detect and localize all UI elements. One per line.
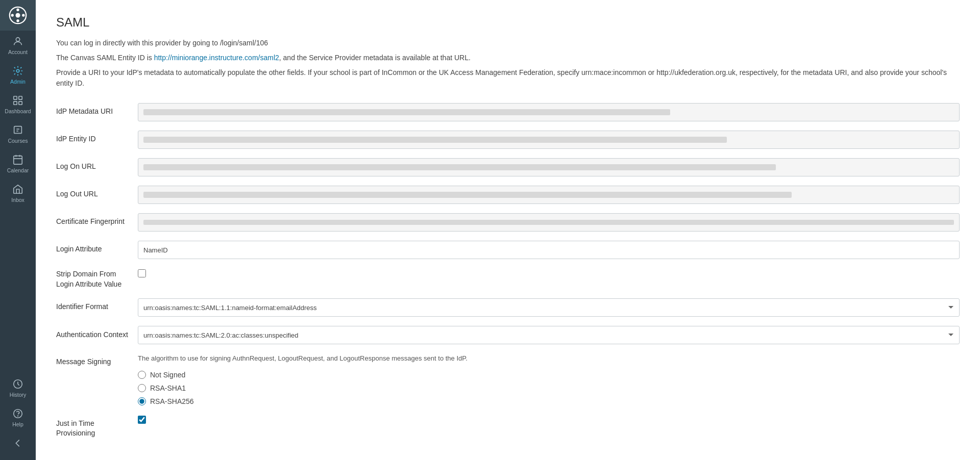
- radio-not-signed-label: Not Signed: [150, 371, 185, 379]
- message-signing-desc: The algorithm to use for signing AuthnRe…: [138, 353, 960, 364]
- identifier-format-row: Identifier Format urn:oasis:names:tc:SAM…: [56, 298, 960, 317]
- signing-options-group: Not Signed RSA-SHA1 RSA-SHA256: [138, 371, 960, 405]
- intro-line-2: The Canvas SAML Entity ID is http://mini…: [56, 53, 960, 63]
- page-title: SAML: [56, 15, 960, 30]
- svg-rect-11: [19, 101, 22, 105]
- svg-rect-12: [14, 156, 22, 165]
- sidebar-item-account[interactable]: Account: [0, 31, 36, 60]
- collapse-sidebar-button[interactable]: [0, 432, 36, 454]
- saml-entity-link[interactable]: http://miniorange.instructure.com/saml2: [154, 54, 279, 62]
- radio-rsa-sha1[interactable]: RSA-SHA1: [138, 384, 960, 392]
- radio-rsa-sha256-input[interactable]: [138, 397, 146, 405]
- radio-not-signed[interactable]: Not Signed: [138, 371, 960, 379]
- sidebar-item-inbox[interactable]: Inbox: [0, 178, 36, 208]
- svg-rect-10: [14, 101, 17, 105]
- login-attribute-label: Login Attribute: [56, 241, 138, 253]
- log-on-url-label: Log On URL: [56, 158, 138, 170]
- message-signing-label: Message Signing: [56, 353, 138, 366]
- svg-rect-9: [19, 96, 22, 99]
- log-out-url-label: Log Out URL: [56, 186, 138, 198]
- idp-metadata-uri-row: IdP Metadata URI: [56, 103, 960, 121]
- svg-point-3: [16, 19, 19, 22]
- auth-context-select[interactable]: urn:oasis:names:tc:SAML:2.0:ac:classes:u…: [138, 326, 960, 344]
- strip-domain-label: Strip Domain From Login Attribute Value: [56, 268, 138, 289]
- intro-line-1: You can log in directly with this provid…: [56, 38, 960, 48]
- strip-domain-checkbox[interactable]: [138, 269, 146, 277]
- sidebar-item-admin[interactable]: Admin: [0, 60, 36, 90]
- radio-rsa-sha1-input[interactable]: [138, 384, 146, 392]
- idp-entity-id-label: IdP Entity ID: [56, 131, 138, 143]
- idp-metadata-uri-label: IdP Metadata URI: [56, 103, 138, 115]
- jit-label: Just in Time Provisioning: [56, 415, 138, 439]
- svg-point-7: [16, 69, 19, 72]
- svg-rect-8: [14, 96, 17, 99]
- idp-entity-id-row: IdP Entity ID: [56, 131, 960, 149]
- intro-line-3: Provide a URI to your IdP's metadata to …: [56, 67, 960, 89]
- svg-point-5: [22, 14, 24, 16]
- log-on-url-row: Log On URL: [56, 158, 960, 176]
- svg-point-2: [16, 9, 19, 11]
- jit-checkbox[interactable]: [138, 416, 146, 424]
- main-content: SAML You can log in directly with this p…: [36, 0, 980, 460]
- message-signing-row: Message Signing The algorithm to use for…: [56, 353, 960, 405]
- log-out-url-row: Log Out URL: [56, 186, 960, 204]
- svg-point-15: [18, 416, 18, 416]
- certificate-fingerprint-row: Certificate Fingerprint: [56, 213, 960, 232]
- login-attribute-row: Login Attribute NameID: [56, 241, 960, 259]
- sidebar: Account Admin Dashboard Courses: [0, 0, 36, 460]
- sidebar-item-courses[interactable]: Courses: [0, 119, 36, 149]
- svg-point-4: [11, 14, 14, 16]
- auth-context-label: Authentication Context: [56, 326, 138, 340]
- sidebar-item-calendar[interactable]: Calendar: [0, 149, 36, 178]
- svg-point-1: [16, 13, 20, 18]
- app-logo[interactable]: [0, 0, 36, 31]
- certificate-fingerprint-label: Certificate Fingerprint: [56, 213, 138, 225]
- strip-domain-row: Strip Domain From Login Attribute Value: [56, 268, 960, 289]
- radio-rsa-sha256-label: RSA-SHA256: [150, 397, 194, 405]
- jit-row: Just in Time Provisioning: [56, 415, 960, 439]
- identifier-format-label: Identifier Format: [56, 298, 138, 311]
- sidebar-item-help[interactable]: Help: [0, 403, 36, 432]
- sidebar-item-dashboard[interactable]: Dashboard: [0, 90, 36, 119]
- radio-not-signed-input[interactable]: [138, 371, 146, 379]
- radio-rsa-sha256[interactable]: RSA-SHA256: [138, 397, 960, 405]
- svg-point-6: [16, 38, 19, 41]
- auth-context-row: Authentication Context urn:oasis:names:t…: [56, 326, 960, 344]
- identifier-format-select[interactable]: urn:oasis:names:tc:SAML:1.1:nameid-forma…: [138, 298, 960, 317]
- saml-form: IdP Metadata URI IdP Entity ID Log On UR…: [56, 103, 960, 439]
- sidebar-item-history[interactable]: History: [0, 373, 36, 403]
- login-attribute-input[interactable]: NameID: [138, 241, 960, 259]
- radio-rsa-sha1-label: RSA-SHA1: [150, 384, 186, 392]
